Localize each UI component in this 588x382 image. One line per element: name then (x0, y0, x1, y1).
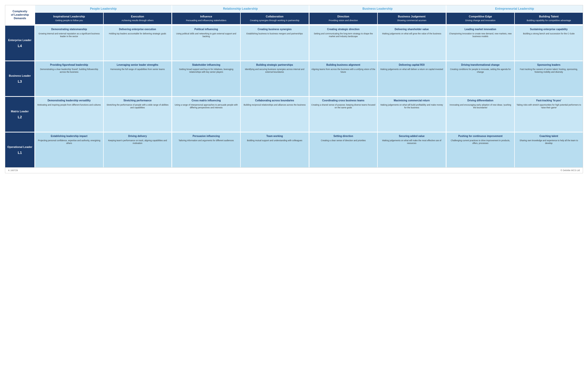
competency-cell-l1-c1: Leveraging senior leader strengths Harne… (104, 61, 172, 96)
competency-cell-l0-c0: Demonstrating statesmanship Growing inte… (35, 26, 104, 61)
level-row-3: Operational LeaderL1 Establishing leader… (5, 132, 583, 167)
sub-header-5: Business Judgement Showing commercial ac… (378, 13, 446, 24)
competency-cell-l0-c2: Political influencing Using political sk… (172, 26, 241, 61)
competency-cell-l2-c2: Cross matrix influencing Using a range o… (172, 97, 241, 132)
levels-container: Enterprise LeaderL4 Demonstrating states… (5, 25, 583, 167)
level-row-0: Enterprise LeaderL4 Demonstrating states… (5, 25, 583, 61)
competency-cell-l1-c4: Building business alignment Aligning tea… (309, 61, 378, 96)
sub-header-4: Direction Providing vision and direction (309, 13, 378, 24)
footer: K 160729 © Deloitte MCS Ltd (5, 167, 583, 173)
competency-cell-l1-c7: Sponsoring leaders Fast tracking the car… (515, 61, 583, 96)
competency-cell-l1-c2: Stakeholder influencing Getting broad su… (172, 61, 241, 96)
competency-cell-l0-c5: Delivering shareholder value Making judg… (378, 26, 446, 61)
competency-cell-l3-c0: Establishing leadership impact Projectin… (35, 132, 104, 167)
categories-header: People Leadership Relationship Leadershi… (35, 5, 583, 24)
category-header-people: People Leadership (35, 5, 172, 12)
competency-cell-l2-c7: Fast-tracking 'hi-pos' Taking risks with… (515, 97, 583, 132)
competency-cell-l1-c3: Building strategic partnerships Identify… (241, 61, 309, 96)
competency-cell-l0-c6: Leading market innovation Championing in… (446, 26, 515, 61)
competency-cell-l3-c4: Setting direction Creating a clear sense… (309, 132, 378, 167)
competency-cell-l1-c6: Driving transformational change Creating… (446, 61, 515, 96)
footer-right: © Deloitte MCS Ltd (561, 169, 580, 172)
category-header-entrepreneurial: Entrepreneurial Leadership (446, 5, 583, 12)
level-label-3: Operational LeaderL1 (5, 132, 35, 167)
sub-header-3: Collaboration Creating synergies through… (241, 13, 309, 24)
competency-cell-l2-c1: Stretching performance Stretching the pe… (104, 97, 172, 132)
footer-left: K 160729 (8, 169, 18, 172)
competency-cell-l1-c0: Providing figurehead leadership Demonstr… (35, 61, 104, 96)
level-label-2: Matrix LeaderL2 (5, 97, 35, 132)
competency-cell-l1-c5: Delivering capital ROI Making judgements… (378, 61, 446, 96)
sub-header-2: Influence Persuading and influencing sta… (172, 13, 241, 24)
corner-cell: Complexity of Leadership Demands (5, 5, 35, 24)
category-header-business: Business Leadership (309, 5, 446, 12)
category-header-relationship: Relationship Leadership (172, 5, 309, 12)
competency-cell-l2-c5: Maximising commercial return Making judg… (378, 97, 446, 132)
competency-cell-l0-c7: Sustaining enterprise capability Buildin… (515, 26, 583, 61)
competency-cell-l3-c6: Pushing for continuous improvement Chall… (446, 132, 515, 167)
sub-header-1: Execution Achieving results through othe… (104, 13, 172, 24)
competency-cell-l0-c1: Delivering enterprise execution Holding … (104, 26, 172, 61)
competency-cell-l0-c4: Creating strategic direction Setting and… (309, 26, 378, 61)
competency-cell-l3-c1: Driving delivery Keeping team's performa… (104, 132, 172, 167)
sub-headers-row: Inspirational Leadership Getting people … (35, 13, 583, 24)
competency-cell-l0-c3: Creating business synergies Establishing… (241, 26, 309, 61)
competency-cell-l3-c5: Securing added value Making judgements o… (378, 132, 446, 167)
competency-cell-l2-c3: Collaborating across boundaries Building… (241, 97, 309, 132)
competency-cell-l2-c0: Demonstrating leadership versatility Mot… (35, 97, 104, 132)
header-area: Complexity of Leadership Demands People … (5, 5, 583, 25)
competency-cell-l3-c3: Team working Building mutual support and… (241, 132, 309, 167)
sub-header-0: Inspirational Leadership Getting people … (35, 13, 104, 24)
sub-header-7: Building Talent Building capability for … (515, 13, 583, 24)
level-row-2: Matrix LeaderL2 Demonstrating leadership… (5, 96, 583, 132)
competency-cell-l3-c7: Coaching talent Sharing own knowledge an… (515, 132, 583, 167)
competency-cell-l3-c2: Persuasive influencing Tailoring informa… (172, 132, 241, 167)
competency-cell-l2-c4: Coordinating cross business teams Creati… (309, 97, 378, 132)
competency-cell-l2-c6: Driving differentiation Innovating and e… (446, 97, 515, 132)
main-container: Complexity of Leadership Demands People … (5, 5, 583, 173)
sub-header-6: Competitive Edge Driving change and inno… (446, 13, 515, 24)
level-label-0: Enterprise LeaderL4 (5, 26, 35, 61)
level-label-1: Business LeaderL3 (5, 61, 35, 96)
corner-text: Complexity of Leadership Demands (11, 9, 29, 20)
category-names-row: People Leadership Relationship Leadershi… (35, 5, 583, 13)
level-row-1: Business LeaderL3 Providing figurehead l… (5, 61, 583, 96)
